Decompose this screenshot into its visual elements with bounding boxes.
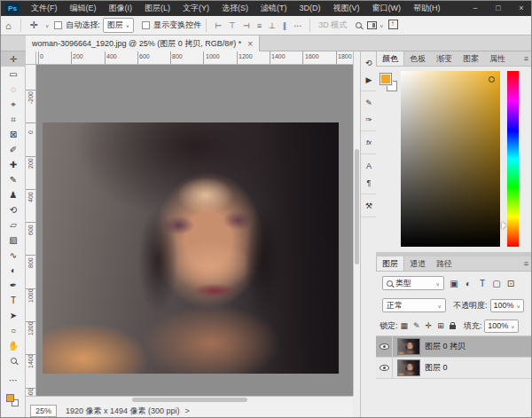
healing-brush-tool[interactable]: ✚ [1,157,26,172]
tab-color[interactable]: 颜色 [376,51,404,66]
edit-toolbar-button[interactable]: ⋯ [1,373,26,388]
tab-layers[interactable]: 图层 [376,256,404,271]
filter-shape-layers-icon[interactable]: ▢ [489,279,504,288]
zoom-level-input[interactable]: 25% [30,405,57,417]
align-bottom-icon[interactable]: ⊥ [265,21,279,30]
menu-image[interactable]: 图像(I) [103,1,139,16]
clone-stamp-tool[interactable]: ♟ [1,187,26,202]
filter-pixel-layers-icon[interactable]: ▣ [447,279,461,288]
character-panel-icon[interactable]: A [361,157,377,174]
filter-type-layers-icon[interactable]: T [475,279,489,288]
shape-tool[interactable]: ○ [1,323,26,338]
lock-pixels-icon[interactable]: ✎ [411,321,423,330]
eyedropper-tool[interactable]: ✐ [1,142,26,157]
tab-channels[interactable]: 通道 [404,256,431,271]
visibility-toggle[interactable] [376,358,393,379]
layer-row[interactable]: 图层 0 拷贝 [376,336,532,358]
object-selection-tool[interactable]: ⌖ [1,97,26,112]
canvas-pasteboard[interactable] [36,65,353,396]
vertical-scrollbar[interactable] [353,51,360,396]
auto-select-checkbox[interactable] [54,21,62,29]
layer-thumbnail[interactable] [397,338,420,355]
foreground-color-swatch[interactable] [379,73,392,85]
scrollbar-thumb[interactable] [132,398,247,402]
layer-filter-dropdown[interactable]: 类型 ∨ [382,276,444,290]
lasso-tool[interactable]: ◌ [1,82,26,97]
menu-select[interactable]: 选择(S) [215,1,254,16]
layer-thumbnail[interactable] [397,359,420,376]
auto-select-dropdown[interactable]: 图层 ∨ [103,18,134,33]
maximize-button[interactable]: □ [487,1,510,16]
document-tab[interactable]: woman-3096664_1920.jpg @ 25% (图层 0 拷贝, R… [26,35,260,51]
chevron-down-icon[interactable]: ∨ [45,23,49,28]
more-align-options-button[interactable]: ⋯ [290,21,305,30]
menu-help[interactable]: 帮助(H) [407,1,447,16]
blend-mode-dropdown[interactable]: 正常 ∨ [382,298,446,312]
opacity-input[interactable]: 100% ∨ [490,299,524,312]
layer-row[interactable]: 图层 0 [376,358,532,379]
filter-adjustment-layers-icon[interactable]: ◐ [461,279,475,288]
brush-settings-panel-icon[interactable]: ✎ [361,94,377,111]
show-transform-checkbox[interactable] [142,21,150,29]
scrollbar-thumb[interactable] [355,149,359,264]
home-button[interactable]: ⌂ [1,20,16,31]
close-tab-icon[interactable]: × [247,39,253,49]
frame-tool[interactable]: ⊠ [1,127,26,142]
zoom-tool[interactable] [1,353,26,368]
lock-all-icon[interactable] [450,325,456,329]
minimize-button[interactable]: − [464,1,487,16]
history-brush-tool[interactable]: ⟲ [1,202,26,217]
paragraph-panel-icon[interactable]: ¶ [361,174,377,191]
actions-panel-icon[interactable]: ▶ [361,71,377,88]
pen-tool[interactable]: ✒ [1,278,26,293]
visibility-toggle[interactable] [376,336,393,358]
menu-file[interactable]: 文件(F) [25,1,64,16]
canvas-image[interactable] [43,122,339,374]
chevron-down-icon[interactable]: ∨ [379,23,383,28]
tool-presets-panel-icon[interactable]: ⚒ [361,197,377,214]
marquee-tool[interactable]: ▭ [1,67,26,82]
tab-properties[interactable]: 属性 [484,51,511,66]
menu-layer[interactable]: 图层(L) [138,1,176,16]
lock-position-icon[interactable]: ✛ [423,321,435,330]
eraser-tool[interactable]: ▱ [1,217,26,233]
status-expand-arrow[interactable]: > [185,406,190,415]
hand-tool[interactable]: ✋ [1,338,26,353]
styles-panel-icon[interactable]: fx [361,134,377,151]
vertical-ruler[interactable]: -200 0 200 400 600 800 1000 1200 1400 16… [26,65,36,396]
panel-menu-icon[interactable]: ≡ [520,256,532,271]
smudge-tool[interactable]: ∿ [1,248,26,263]
menu-type[interactable]: 文字(Y) [176,1,215,16]
menu-window[interactable]: 窗口(W) [366,1,408,16]
dodge-tool[interactable]: ◐ [1,263,26,278]
tab-patterns[interactable]: 图案 [458,51,484,66]
align-right-icon[interactable]: ⊣ [239,21,254,30]
brushes-panel-icon[interactable]: ✑ [361,111,377,128]
search-icon[interactable] [356,22,362,28]
distribute-icon[interactable]: ≡ [254,21,265,30]
move-tool[interactable]: ✛ [1,51,26,67]
lock-transparency-icon[interactable]: ▦ [398,321,411,330]
fill-input[interactable]: 100% ∨ [484,319,518,333]
menu-view[interactable]: 视图(V) [327,1,366,16]
lock-artboard-icon[interactable]: ⊞ [434,321,447,330]
menu-filter[interactable]: 滤镜(T) [254,1,293,16]
brush-tool[interactable]: ✎ [1,172,26,187]
align-left-icon[interactable]: ⊢ [211,21,225,30]
filter-smart-objects-icon[interactable]: ⊡ [504,279,518,288]
gradient-tool[interactable]: ▧ [1,233,26,248]
crop-tool[interactable]: ⌗ [1,112,26,127]
menu-3d[interactable]: 3D(D) [293,1,327,16]
panel-menu-icon[interactable]: ≡ [520,51,532,66]
move-tool-preset-icon[interactable]: ✛ [26,20,43,31]
type-tool[interactable]: T [1,293,26,308]
tab-swatches[interactable]: 色板 [404,51,431,66]
workspace-switcher-icon[interactable] [367,21,377,29]
saturation-brightness-field[interactable] [401,71,500,247]
align-center-icon[interactable]: ⊤ [225,21,239,30]
menu-edit[interactable]: 编辑(E) [64,1,103,16]
share-icon[interactable] [388,20,398,29]
close-button[interactable]: × [510,1,532,16]
horizontal-scrollbar[interactable] [26,396,353,403]
foreground-color-swatch[interactable] [6,394,14,402]
